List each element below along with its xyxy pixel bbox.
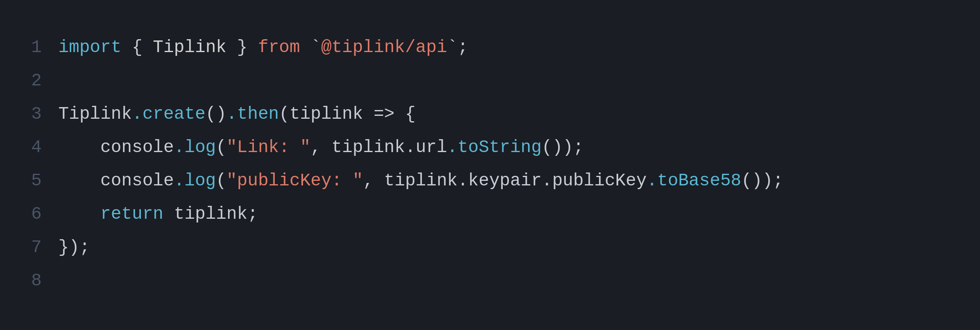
token-obj-method: .toString [447,132,542,164]
token-semi: ; [458,32,468,64]
line-number: 1 [25,32,58,64]
code-line: 4 console.log("Link: ", tiplink.url.toSt… [25,132,955,165]
line-content: return tiplink; [58,198,258,231]
code-line: 1import { Tiplink } from `@tiplink/api`; [25,32,955,65]
token-plain: ()); [741,165,783,198]
token-obj-method: .create [132,98,205,131]
line-content: console.log("Link: ", tiplink.url.toStri… [58,132,584,164]
token-plain: }); [58,232,90,264]
line-content: Tiplink.create().then(tiplink => { [58,98,416,131]
token-plain: console [58,165,174,198]
line-number: 4 [25,132,58,164]
code-line: 7}); [25,232,955,265]
line-content: import { Tiplink } from `@tiplink/api`; [58,32,468,64]
token-plain: ()); [541,132,584,164]
token-kw-return: return [100,198,163,231]
token-plain: console [58,132,174,164]
token-plain: { [121,32,153,64]
token-obj-method: .log [174,165,216,198]
token-string-val: "publicKey: " [226,165,363,198]
token-plain: tiplink; [163,198,258,231]
line-content: }); [58,232,90,264]
code-line: 2 [25,65,955,98]
line-content: console.log("publicKey: ", tiplink.keypa… [58,165,783,198]
code-block: 1import { Tiplink } from `@tiplink/api`;… [25,32,955,298]
token-plain: , tiplink.url [311,132,447,164]
token-plain [58,198,100,231]
token-module-name: @tiplink/api [321,32,447,64]
token-plain: ` [447,32,458,64]
code-container: 1import { Tiplink } from `@tiplink/api`;… [0,0,980,330]
line-number: 3 [25,98,58,131]
token-obj-method: .log [174,132,216,164]
token-kw-from: from [258,32,300,64]
code-line: 6 return tiplink; [25,198,955,232]
token-plain: , tiplink.keypair.publicKey [363,165,647,198]
token-plain: () [206,98,226,131]
line-number: 6 [25,198,58,231]
token-plain: Tiplink [58,98,132,131]
token-plain: ( [216,132,226,164]
line-number: 5 [25,165,58,198]
code-line: 5 console.log("publicKey: ", tiplink.key… [25,165,955,198]
line-number: 8 [25,265,58,298]
line-number: 2 [25,65,58,98]
token-kw-import: import [58,32,121,64]
line-number: 7 [25,232,58,264]
token-obj-method: .toBase58 [647,165,741,198]
token-plain: } [226,32,258,64]
code-line: 8 [25,265,955,298]
token-plain: ` [300,32,321,64]
token-plain: (tiplink => { [279,98,416,131]
token-string-val: "Link: " [226,132,311,164]
token-identifier: Tiplink [153,32,226,64]
token-obj-method: .then [226,98,279,131]
code-line: 3Tiplink.create().then(tiplink => { [25,98,955,132]
token-plain: ( [216,165,226,198]
